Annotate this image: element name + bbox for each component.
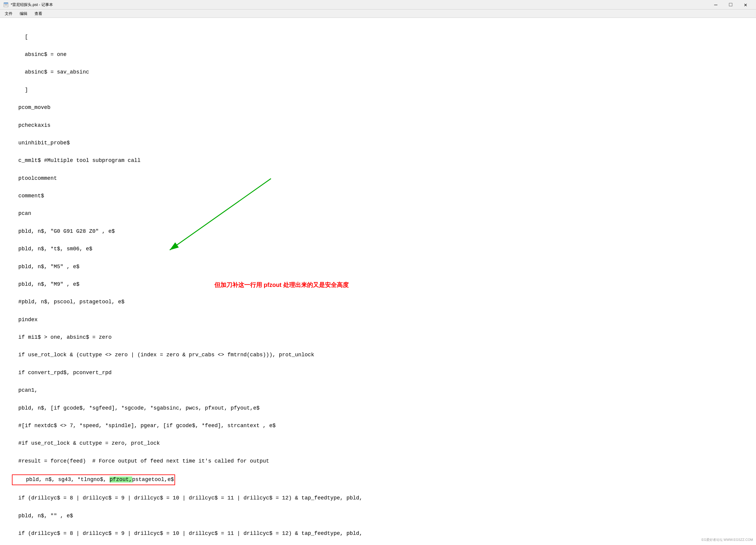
app-icon: [4, 2, 8, 7]
code-block: [ absinc$ = one absinc$ = sav_absinc ] p…: [12, 24, 744, 545]
code-line: #result = force(feed) # Force output of …: [12, 457, 744, 466]
watermark: EG爱好者论坛 WWW.EGSZZ.COM: [702, 538, 753, 542]
maximize-button[interactable]: □: [724, 0, 738, 10]
code-line: ]: [12, 86, 744, 95]
svg-rect-1: [4, 3, 8, 4]
title-bar-left: *雷尼绍探头.pst - 记事本: [4, 2, 53, 7]
code-line: pbld, n$, ″M9″ , e$但加刀补这一行用 pfzout 处理出来的…: [12, 280, 744, 289]
code-line: uninhibit_probe$: [12, 139, 744, 148]
code-line: if (drillcyc$ = 8 | drillcyc$ = 9 | dril…: [12, 494, 744, 503]
code-line: comment$: [12, 192, 744, 201]
title-bar-controls: — □ ✕: [709, 0, 752, 10]
code-container: [ absinc$ = one absinc$ = sav_absinc ] p…: [12, 24, 744, 545]
close-button[interactable]: ✕: [739, 0, 752, 10]
menu-view[interactable]: 查看: [31, 10, 46, 18]
code-line: pbld, n$, [if gcode$, *sgfeed], *sgcode,…: [12, 404, 744, 413]
pfzout-highlight: pfzout,: [110, 476, 132, 482]
code-line: #if use_rot_lock & cuttype = zero, prot_…: [12, 439, 744, 448]
code-line: absinc$ = one: [12, 50, 744, 59]
highlighted-code-line: pbld, n$, sg43, *tlngno$, pfzout,pstaget…: [12, 474, 744, 485]
code-line: pbld, n$, ″M5″ , e$: [12, 263, 744, 272]
code-line: pbld, n$, ″″ , e$: [12, 512, 744, 521]
code-line: pbld, n$, ″G0 G91 G28 Z0″ , e$: [12, 227, 744, 236]
code-line: c_mmlt$ #Multiple tool subprogram call: [12, 156, 744, 165]
title-bar: *雷尼绍探头.pst - 记事本 — □ ✕: [0, 0, 756, 10]
code-line: if use_rot_lock & (cuttype <> zero | (in…: [12, 351, 744, 359]
code-line: pcan: [12, 209, 744, 218]
menu-bar: 文件 编辑 查看: [0, 10, 756, 18]
menu-file[interactable]: 文件: [1, 10, 16, 18]
minimize-button[interactable]: —: [709, 0, 723, 10]
code-line: if convert_rpd$, pconvert_rpd: [12, 368, 744, 377]
window-title: *雷尼绍探头.pst - 记事本: [11, 2, 53, 7]
code-line: pcheckaxis: [12, 121, 744, 130]
menu-edit[interactable]: 编辑: [16, 10, 31, 18]
code-line: #[if nextdc$ <> 7, *speed, *spindle], pg…: [12, 421, 744, 430]
code-line: pbld, n$, *t$, sm06, e$: [12, 245, 744, 254]
code-line: #pbld, n$, pscool, pstagetool, e$: [12, 298, 744, 306]
code-line: if mi1$ > one, absinc$ = zero: [12, 333, 744, 342]
code-line: pcom_moveb: [12, 103, 744, 112]
highlighted-box: pbld, n$, sg43, *tlngno$, pfzout,pstaget…: [12, 474, 175, 485]
code-line: [: [12, 33, 744, 42]
code-line: if (drillcyc$ = 8 | drillcyc$ = 9 | dril…: [12, 529, 744, 538]
code-line: absinc$ = sav_absinc: [12, 68, 744, 77]
code-line: pindex: [12, 315, 744, 324]
content-area[interactable]: [ absinc$ = one absinc$ = sav_absinc ] p…: [0, 18, 756, 545]
code-line: pcan1,: [12, 386, 744, 395]
code-line: ptoolcomment: [12, 174, 744, 183]
annotation-text: 但加刀补这一行用 pfzout 处理出来的又是安全高度: [214, 280, 349, 290]
main-window: *雷尼绍探头.pst - 记事本 — □ ✕ 文件 编辑 查看: [0, 0, 756, 545]
